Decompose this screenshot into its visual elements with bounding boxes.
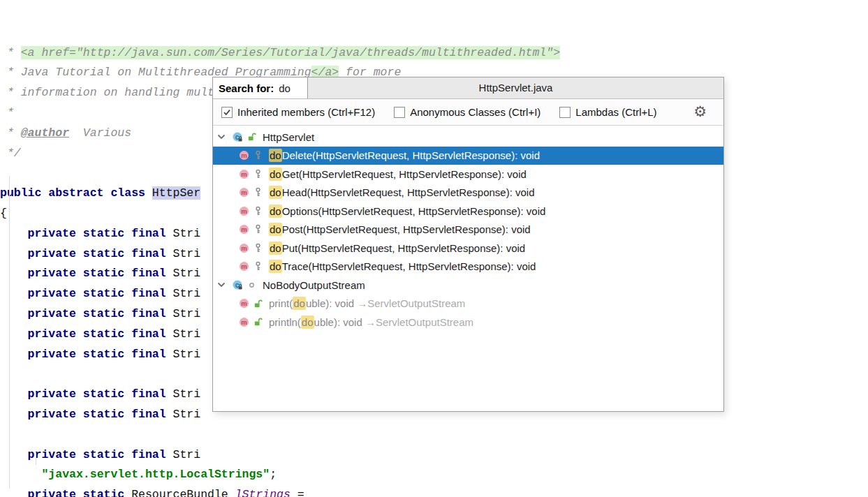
filter-label: Lambdas (Ctrl+L) [575,106,656,118]
code-line[interactable]: "javax.servlet.http.LocalStrings"; [0,465,868,485]
tree-row-doHead[interactable]: mdoHead(HttpServletRequest, HttpServletR… [213,184,723,202]
tree-row-NoBodyOutputStream[interactable]: cNoBodyOutputStream [213,276,723,295]
tree-row-doGet[interactable]: mdoGet(HttpServletRequest, HttpServletRe… [213,165,723,184]
code-line[interactable]: private static ResourceBundle lStrings = [0,485,868,497]
code-segment [0,488,28,497]
filter-label: Inherited members (Ctrl+F12) [237,106,375,118]
code-segment: private static final [28,227,173,240]
svg-text:m: m [241,170,247,178]
indent-guide [9,176,10,489]
code-segment: * [0,106,14,119]
search-match-highlight: do [269,205,282,218]
svg-text:m: m [241,262,247,270]
gear-icon[interactable]: ⚙ [693,105,707,119]
code-line[interactable] [0,425,868,445]
code-segment: * [0,126,21,140]
search-label: Search for: [219,82,274,94]
public-lock-icon [253,299,267,309]
code-segment [0,348,28,361]
method-icon: m [238,297,253,309]
code-segment: * [0,46,21,59]
code-segment: Various [69,126,131,140]
code-segment [0,448,28,461]
filter-bar: Inherited members (Ctrl+F12)Anonymous Cl… [213,99,723,126]
code-segment: private static final [28,348,173,361]
label-text: →ServletOutputStream [357,297,465,309]
code-segment: Stri [173,247,201,260]
code-segment [0,227,28,240]
code-segment: private static final [28,267,173,280]
svg-text:m: m [241,188,247,196]
code-segment: * [0,66,21,79]
code-segment: private static final [28,287,173,300]
filter-inherited-members-ctrl-f12[interactable]: Inherited members (Ctrl+F12) [221,106,375,118]
checkbox-unchecked-icon[interactable] [559,107,571,118]
label-text: print( [269,297,293,309]
search-match-highlight: do [269,186,282,199]
search-input[interactable]: do [279,82,290,94]
filter-label: Anonymous Classes (Ctrl+I) [410,106,540,118]
tree-row-doOptions[interactable]: mdoOptions(HttpServletRequest, HttpServl… [213,202,723,221]
filter-anonymous-classes-ctrl-i[interactable]: Anonymous Classes (Ctrl+I) [394,106,540,118]
protected-key-icon [253,261,267,272]
tree-row-HttpServlet[interactable]: cHttpServlet [213,128,723,147]
protected-key-icon [253,187,267,198]
code-segment: Stri [173,267,201,280]
checkbox-unchecked-icon[interactable] [394,107,405,118]
code-segment [0,247,28,260]
tree-row-doTrace[interactable]: mdoTrace(HttpServletRequest, HttpServlet… [213,258,723,276]
code-segment [0,387,28,401]
search-match-highlight: do [269,149,282,162]
chevron-down-icon[interactable] [213,280,232,290]
code-segment: = [290,488,304,497]
code-segment: Stri [173,348,201,361]
code-segment: HttpSer [152,186,200,200]
tree-row-print[interactable]: mprint(double): void →ServletOutputStrea… [213,295,723,313]
code-segment: ResourceBundle [131,488,235,497]
search-box[interactable]: Search for: do [213,77,308,98]
package-circle-icon [247,281,261,290]
label-text: println( [269,316,301,328]
label-text: Head(HttpServletRequest, HttpServletResp… [282,186,535,198]
tree-row-doPut[interactable]: mdoPut(HttpServletRequest, HttpServletRe… [213,239,723,258]
tree-row-label: NoBodyOutputStream [263,279,365,291]
tree-row-label: doPut(HttpServletRequest, HttpServletRes… [269,242,525,254]
code-segment: private static [28,488,132,497]
tree-row-doDelete[interactable]: mdoDelete(HttpServletRequest, HttpServle… [213,147,723,165]
tree-row-label: println(double): void →ServletOutputStre… [269,316,473,328]
method-icon: m [238,223,253,235]
search-match-highlight: do [301,316,314,329]
svg-text:m: m [241,299,247,307]
label-text: Delete(HttpServletRequest, HttpServletRe… [282,149,540,161]
tree-row-label: doGet(HttpServletRequest, HttpServletRes… [269,168,527,180]
tree-row-label: doTrace(HttpServletRequest, HttpServletR… [269,260,536,272]
code-segment [0,468,41,481]
filter-lambdas-ctrl-l[interactable]: Lambdas (Ctrl+L) [559,106,656,118]
svg-text:m: m [241,318,247,326]
label-text: Post(HttpServletRequest, HttpServletResp… [282,223,531,235]
code-line[interactable]: private static final Stri [0,445,868,466]
search-match-highlight: do [269,242,282,255]
code-line[interactable]: * <a href="http://java.sun.com/Series/Tu… [0,43,868,64]
search-match-highlight: do [269,168,282,181]
code-segment: Stri [173,327,201,341]
code-segment: private static final [28,408,173,421]
protected-key-icon [253,150,267,161]
method-icon: m [238,149,253,161]
public-lock-icon [253,317,267,327]
label-text: →ServletOutputStream [365,316,473,328]
protected-key-icon [253,243,267,253]
method-icon: m [238,260,253,272]
checkbox-checked-icon[interactable] [221,107,233,118]
code-segment: private static final [28,448,173,461]
tree-row-doPost[interactable]: mdoPost(HttpServletRequest, HttpServletR… [213,221,723,239]
tree-row-label: print(double): void →ServletOutputStream [269,297,465,309]
method-icon: m [238,205,253,217]
code-segment: Stri [173,408,201,421]
code-segment [0,307,28,320]
chevron-down-icon[interactable] [213,132,232,142]
label-text: Trace(HttpServletRequest, HttpServletRes… [282,260,536,272]
tree-row-println[interactable]: mprintln(double): void →ServletOutputStr… [213,313,723,332]
method-icon: m [238,186,253,198]
protected-key-icon [253,169,267,179]
